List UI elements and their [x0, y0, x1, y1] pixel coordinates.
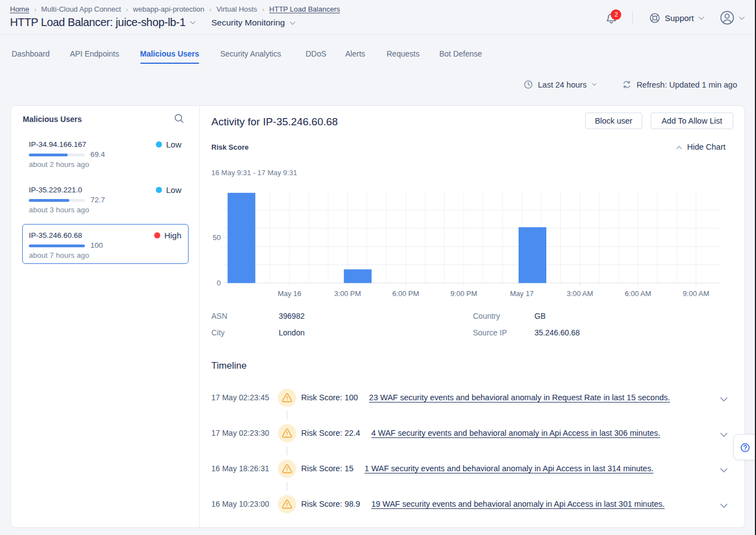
timeline-event: 17 May 02:23:45Risk Score: 10023 WAF sec… [211, 389, 728, 407]
warning-icon [282, 500, 292, 509]
support-menu[interactable]: Support [650, 13, 704, 23]
tab-security-analytics[interactable]: Security Analytics [220, 43, 281, 65]
svg-text:6:00 AM: 6:00 AM [625, 289, 651, 298]
svg-text:50: 50 [213, 233, 221, 242]
chevron-down-icon [720, 503, 728, 508]
hide-chart-toggle[interactable]: Hide Chart [672, 142, 725, 151]
time-range-label: Last 24 hours [538, 80, 587, 89]
risk-score-value: 100 [90, 241, 103, 249]
warning-badge [278, 460, 296, 478]
timeline-connector [287, 411, 287, 420]
activity-panel: Activity for IP-35.246.60.68 Block user … [200, 106, 745, 527]
malicious-user-item[interactable]: IP-35.246.60.68High100about 7 hours ago [22, 224, 189, 264]
refresh-button[interactable]: Refresh: Updated 1 min ago [622, 80, 737, 89]
page-title: HTTP Load Balancer: juice-shop-lb-1 [10, 16, 185, 29]
activity-buttons: Block user Add To Allow List [585, 113, 733, 129]
refresh-label: Refresh: Updated 1 min ago [637, 80, 737, 89]
last-seen: about 7 hours ago [29, 251, 89, 259]
tab-dashboard[interactable]: Dashboard [12, 43, 50, 65]
risk-score-bar [29, 244, 85, 247]
search-button[interactable] [174, 114, 184, 124]
breadcrumb-item[interactable]: Home [10, 5, 29, 13]
clock-icon [524, 80, 532, 89]
breadcrumb-separator: › [126, 6, 128, 13]
event-detail-link[interactable]: 1 WAF security events and behavioral ano… [364, 464, 653, 473]
event-detail-link[interactable]: 4 WAF security events and behavioral ano… [371, 429, 660, 437]
tab-ddos[interactable]: DDoS [306, 43, 326, 65]
support-label: Support [664, 13, 694, 23]
event-risk-score: Risk Score: 22.4 [301, 429, 360, 437]
malicious-user-item[interactable]: IP-34.94.166.167Low69.4about 2 hours ago [22, 133, 189, 173]
help-button[interactable] [733, 434, 756, 460]
event-time: 17 May 02:23:30 [211, 429, 272, 437]
title-row: HTTP Load Balancer: juice-shop-lb-1 Secu… [10, 16, 195, 29]
severity-label: Low [166, 185, 181, 195]
tab-requests[interactable]: Requests [387, 43, 419, 65]
add-to-allow-list-button[interactable]: Add To Allow List [651, 113, 733, 129]
tab-api-endpoints[interactable]: API Endpoints [70, 43, 119, 65]
subnav-label: Security Monitoring [211, 18, 285, 28]
event-detail-link[interactable]: 19 WAF security events and behavioral an… [371, 500, 664, 508]
title-chevron-down-icon[interactable] [190, 19, 196, 24]
risk-score-bar [227, 193, 255, 283]
breadcrumb: Home›Multi-Cloud App Connect›webapp-api-… [10, 5, 340, 13]
event-risk-score: Risk Score: 15 [301, 464, 353, 473]
expand-event-button[interactable] [720, 430, 728, 440]
warning-icon [282, 393, 292, 402]
risk-score-bar [29, 199, 85, 202]
severity-label: Low [166, 140, 181, 149]
support-chevron-down-icon [699, 14, 704, 19]
risk-score-bar-fill [29, 154, 68, 156]
expand-event-button[interactable] [720, 501, 728, 511]
malicious-users-panel: Malicious Users IP-34.94.166.167Low69.4a… [11, 106, 200, 527]
severity-dot-icon [154, 232, 160, 238]
event-time: 16 May 10:23:00 [211, 500, 272, 508]
svg-text:6:00 PM: 6:00 PM [392, 289, 419, 298]
chevron-up-icon [676, 146, 682, 151]
header-divider [632, 11, 633, 24]
severity-badge: Low [156, 185, 181, 195]
breadcrumb-separator: › [262, 6, 265, 13]
event-detail-link[interactable]: 23 WAF security events and behavioral an… [369, 393, 670, 402]
account-menu[interactable] [720, 11, 744, 25]
tab-bot-defense[interactable]: Bot Defense [439, 43, 482, 65]
notifications-button[interactable]: 2 [605, 11, 618, 25]
breadcrumb-separator: › [209, 6, 211, 13]
hide-chart-label: Hide Chart [687, 142, 725, 151]
refresh-icon [622, 80, 631, 89]
malicious-user-ip: IP-35.229.221.0 [29, 186, 82, 194]
subnav-select[interactable]: Security Monitoring [211, 18, 295, 28]
chevron-down-icon [720, 468, 728, 473]
tab-malicious-users[interactable]: Malicious Users [140, 43, 200, 65]
main-card: Malicious Users IP-34.94.166.167Low69.4a… [11, 105, 745, 528]
warning-icon [282, 429, 292, 438]
event-time: 17 May 02:23:45 [211, 393, 272, 402]
expand-event-button[interactable] [720, 394, 728, 404]
event-risk-score: Risk Score: 98.9 [301, 500, 360, 508]
chevron-down-icon [720, 397, 728, 402]
malicious-user-item[interactable]: IP-35.229.221.0Low72.7about 3 hours ago [22, 179, 189, 218]
breadcrumb-item[interactable]: HTTP Load Balancers [269, 5, 340, 13]
breadcrumb-item: webapp-api-protection [133, 5, 205, 13]
meta-value: 396982 [279, 312, 305, 320]
risk-score-bar [519, 227, 546, 283]
risk-score-value: 69.4 [90, 150, 105, 159]
svg-text:9:00 AM: 9:00 AM [683, 289, 709, 298]
tab-alerts[interactable]: Alerts [346, 43, 366, 65]
severity-dot-icon [156, 141, 162, 147]
chevron-down-icon [720, 432, 728, 437]
malicious-user-ip: IP-34.94.166.167 [29, 140, 87, 149]
svg-text:9:00 PM: 9:00 PM [450, 289, 477, 298]
expand-event-button[interactable] [720, 465, 728, 475]
meta-value: London [279, 328, 305, 337]
timeline-connector [287, 446, 287, 455]
page-header: Home›Multi-Cloud App Connect›webapp-api-… [0, 0, 756, 35]
block-user-button[interactable]: Block user [585, 113, 642, 129]
life-ring-icon [650, 13, 660, 23]
header-right: 2 Support [605, 11, 744, 25]
time-range-select[interactable]: Last 24 hours [524, 80, 597, 89]
svg-text:0: 0 [217, 279, 221, 287]
warning-badge [278, 389, 296, 407]
avatar-icon [720, 11, 734, 25]
meta-label: City [211, 328, 225, 337]
